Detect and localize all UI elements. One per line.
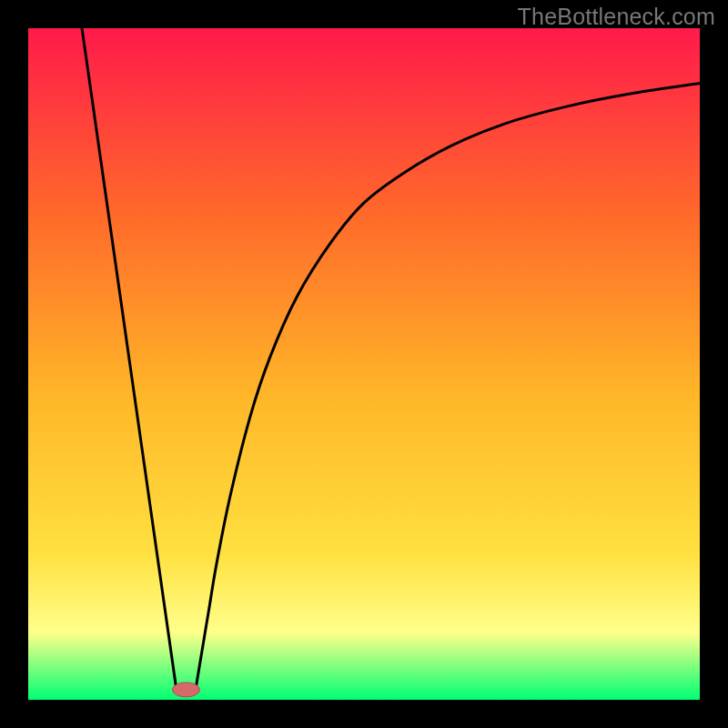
chart-frame: TheBottleneck.com bbox=[0, 0, 728, 728]
optimum-marker bbox=[172, 682, 199, 697]
watermark-text: TheBottleneck.com bbox=[518, 4, 715, 30]
plot-area bbox=[28, 28, 700, 700]
bottleneck-curve-chart bbox=[28, 28, 700, 700]
